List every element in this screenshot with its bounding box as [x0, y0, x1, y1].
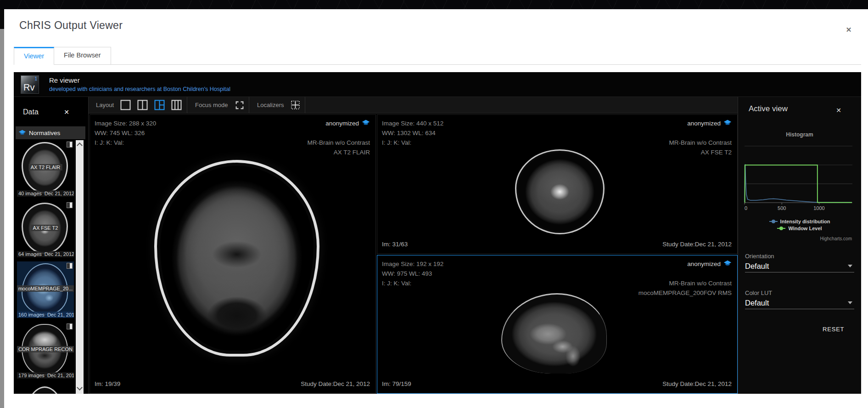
tab-file-browser[interactable]: File Browser [54, 47, 111, 64]
study-date-text: Study Date:Dec 21, 2012 [662, 239, 732, 249]
legend-marker [777, 227, 785, 230]
highcharts-credit-link[interactable]: Highcharts.com [820, 236, 852, 241]
thumbnail-date: Dec 21, 2012 [46, 372, 74, 379]
localizers-section: Localizers [249, 97, 305, 113]
image-index-text: Im: 31/63 [382, 239, 408, 249]
app-title: Re viewer [49, 76, 80, 84]
app-subtitle-link[interactable]: developed with clinicians and researcher… [49, 86, 230, 92]
modal-close-button[interactable]: ✕ [844, 25, 854, 35]
image-size-text: Image Size: 440 x 512 [382, 119, 443, 128]
series-description-text: AX T2 FLAIR [307, 147, 370, 157]
focus-mode-button[interactable] [235, 101, 244, 109]
active-view-close-button[interactable]: ✕ [834, 105, 844, 115]
thumbnail-image-count: 40 images [17, 190, 43, 197]
study-description-text: MR-Brain w/o Contrast [638, 278, 732, 288]
window-width-level-text: WW: 745 WL: 326 [95, 128, 156, 138]
study-description-text: MR-Brain w/o Contrast [307, 138, 370, 147]
series-description-text: AX FSE T2 [669, 147, 732, 157]
anonymized-icon [723, 260, 732, 267]
rev-viewer-app: Rv 1 Re viewer developed with clinicians… [14, 72, 861, 394]
image-size-text: Image Size: 288 x 320 [95, 119, 156, 128]
study-description-text: MR-Brain w/o Contrast [669, 138, 732, 147]
reset-button[interactable]: RESET [819, 324, 848, 334]
tab-viewer[interactable]: Viewer [14, 47, 54, 65]
localizers-button[interactable] [291, 100, 300, 110]
chevron-down-icon [848, 265, 852, 267]
legend-item-intensity-distribution[interactable]: Intensity distribution [769, 219, 830, 224]
scroll-up-icon[interactable] [77, 142, 83, 148]
focus-mode-label: Focus mode [195, 102, 228, 108]
viewport-mocomemprage-selected[interactable]: Image Size: 192 x 192 WW: 975 WL: 493 I:… [377, 255, 738, 394]
page-scrollbar[interactable] [0, 29, 4, 408]
brain-image-axial-flair [154, 160, 319, 357]
layout-label: Layout [96, 102, 114, 108]
anonymized-text: anonymized [687, 120, 721, 127]
series-description-text: mocoMEMPRAGE_200FOV RMS [638, 288, 732, 298]
sidebar-scrollbar[interactable] [76, 140, 84, 394]
orientation-select[interactable]: Default [745, 260, 854, 272]
thumbnail-date: Dec 21, 2012 [46, 312, 74, 318]
focus-mode-section: Focus mode [187, 97, 249, 113]
layout-section: Layout [89, 97, 187, 113]
color-lut-label: Color LUT [745, 289, 772, 296]
thumbnail-image-count: 179 images [17, 372, 46, 379]
histogram-title: Histogram [738, 131, 861, 138]
thumbnail-brain-image [22, 386, 68, 394]
layout-single-button[interactable] [120, 100, 131, 110]
brain-image-axial-t2 [515, 149, 605, 234]
thumbnail-partial[interactable] [17, 383, 74, 394]
thumbnail-cor-mprage-recon[interactable]: COR MPRAGE RECON 179 images Dec 21, 2012 [17, 322, 74, 379]
image-info-overlay: Image Size: 440 x 512 WW: 1302 WL: 634 I… [382, 119, 443, 147]
thumbnail-layout-icon [67, 263, 73, 269]
viewport-ax-t2-flair[interactable]: Image Size: 288 x 320 WW: 745 WL: 326 I:… [90, 114, 376, 394]
logo-text: Rv [23, 82, 34, 93]
legend-label: Intensity distribution [780, 219, 830, 224]
color-lut-select[interactable]: Default [745, 297, 854, 309]
thumbnail-layout-icon [67, 323, 73, 329]
normatives-group-header[interactable]: Normatives [16, 126, 85, 139]
thumbnail-ax-fse-t2[interactable]: AX FSE T2 64 images Dec 21, 2012 [17, 201, 74, 257]
color-lut-value: Default [745, 299, 769, 307]
active-view-panel: Active view ✕ Histogram 05001000 Intensi… [738, 97, 861, 394]
thumbnail-label: COR MPRAGE RECON [17, 346, 74, 352]
app-header: Rv 1 Re viewer developed with clinicians… [14, 72, 861, 97]
screen: ChRIS Output Viewer ✕ Viewer File Browse… [0, 0, 868, 408]
thumbnail-label: AX FSE T2 [31, 225, 60, 231]
viewport-ax-fse-t2[interactable]: Image Size: 440 x 512 WW: 1302 WL: 634 I… [377, 114, 738, 254]
scroll-down-icon[interactable] [77, 385, 83, 391]
anonymized-icon [723, 119, 732, 126]
ijk-text: I: J: K: Val: [382, 278, 443, 288]
layout-one-plus-two-button-active[interactable] [154, 100, 165, 110]
svg-text:500: 500 [778, 205, 786, 211]
study-info-overlay: anonymized MR-Brain w/o Contrast AX T2 F… [307, 119, 370, 157]
study-date-text: Study Date:Dec 21, 2012 [301, 379, 370, 389]
anonymized-text: anonymized [687, 261, 721, 267]
legend-item-window-level[interactable]: Window Level [777, 226, 822, 231]
window-width-level-text: WW: 1302 WL: 634 [382, 128, 443, 138]
svg-text:0: 0 [745, 205, 747, 211]
normatives-layers-icon [18, 130, 26, 136]
tab-bar: Viewer File Browser [14, 47, 861, 65]
thumbnail-footer: 64 images Dec 21, 2012 [17, 251, 74, 257]
page-background [0, 0, 868, 9]
data-panel-title: Data [23, 108, 39, 116]
active-view-title: Active view [749, 104, 788, 113]
thumbnail-footer: 179 images Dec 21, 2012 [17, 372, 74, 379]
svg-text:1000: 1000 [813, 205, 824, 211]
study-date-text: Study Date:Dec 21, 2012 [662, 379, 732, 389]
legend-marker [769, 220, 778, 223]
histogram-chart[interactable]: 05001000 [744, 142, 853, 212]
legend-label: Window Level [788, 226, 822, 231]
layout-three-column-button[interactable] [171, 100, 182, 110]
chart-legend: Intensity distribution Window Level [738, 219, 861, 231]
thumbnail-layout-icon [67, 142, 73, 147]
study-info-overlay: anonymized MR-Brain w/o Contrast mocoMEM… [638, 259, 732, 298]
layout-two-column-button[interactable] [137, 100, 148, 110]
thumbnail-mocomemprage-selected[interactable]: mocoMEMPRAGE_20... 160 images Dec 21, 20… [17, 261, 74, 318]
study-info-overlay: anonymized MR-Brain w/o Contrast AX FSE … [669, 119, 732, 157]
ijk-text: I: J: K: Val: [382, 138, 443, 147]
thumbnail-ax-t2-flair[interactable]: AX T2 FLAIR 40 images Dec 21, 2012 [17, 140, 74, 197]
data-panel-close-button[interactable]: ✕ [62, 107, 72, 117]
localizers-label: Localizers [257, 102, 284, 108]
thumbnail-image-count: 160 images [17, 312, 46, 318]
